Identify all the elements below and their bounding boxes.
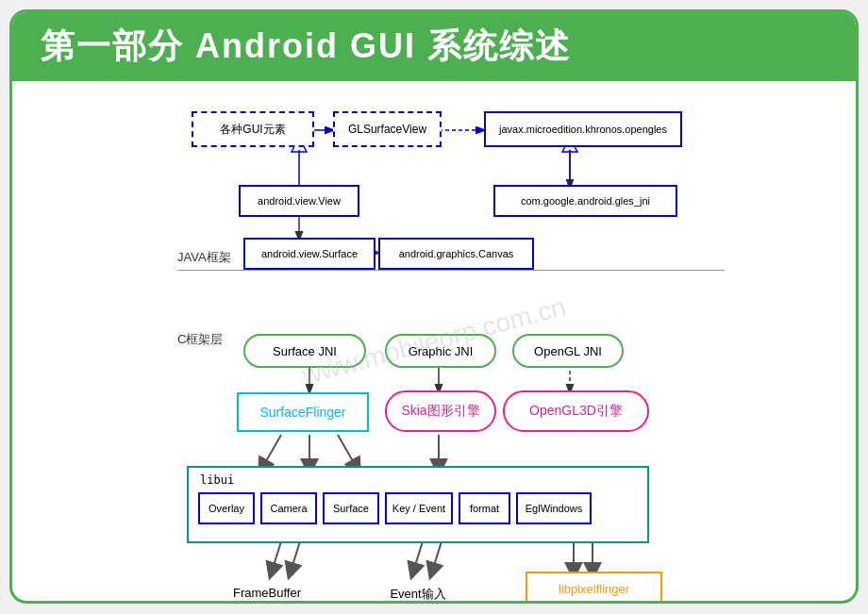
surface-flinger-box: SurfaceFlinger [237,392,369,432]
main-container: 第一部分 Android GUI 系统综述 www.mobileorp.com.… [9,9,859,604]
format-box: format [459,492,510,524]
gui-elements-box: 各种GUI元素 [192,111,314,147]
event-input-box: Event输入 驱动 [376,572,460,604]
opengl3d-engine-box: OpenGL3D引擎 [503,390,649,432]
opengl-jni-box: OpenGL JNI [512,334,624,368]
svg-line-13 [272,541,281,572]
graphic-jni-box: Graphic JNI [385,334,496,368]
svg-line-11 [338,435,357,468]
overlay-box: Overlay [198,492,255,524]
diagram: www.mobileorp.com.cn [31,91,837,592]
svg-line-16 [432,541,442,572]
svg-line-9 [262,435,281,468]
skia-engine-box: Skia图形引擎 [385,390,496,432]
libpixelflinger-box: libpixelflinger [526,572,662,604]
com-google-gles-box: com.google.android.gles_jni [493,185,677,217]
surface-inner-box: Surface [323,492,379,524]
gl-surface-view-box: GLSurfaceView [333,111,442,147]
android-surface-box: android.view.Surface [243,238,376,270]
android-view-box: android.view.View [239,185,359,217]
c-layer-label: C框架层 [177,331,223,348]
framebuffer-box: FrameBuffer 驱动 [225,572,309,604]
camera-box: Camera [260,492,317,524]
content-area: www.mobileorp.com.cn [12,81,856,602]
surface-jni-box: Surface JNI [243,334,366,368]
libui-label: libui [200,473,234,487]
key-event-box: Key / Event [385,492,453,524]
java-layer-label: JAVA框架 [177,249,231,266]
svg-line-14 [291,541,300,572]
android-canvas-box: android.graphics.Canvas [378,238,534,270]
egl-windows-box: EglWindows [516,492,592,524]
svg-line-15 [413,541,423,572]
page-title: 第一部分 Android GUI 系统综述 [41,24,571,70]
libui-outer-box: libui Overlay Camera Surface Key / Event [187,466,649,543]
javax-opengl-box: javax.microedition.khronos.opengles [484,111,682,147]
header: 第一部分 Android GUI 系统综述 [12,12,856,81]
